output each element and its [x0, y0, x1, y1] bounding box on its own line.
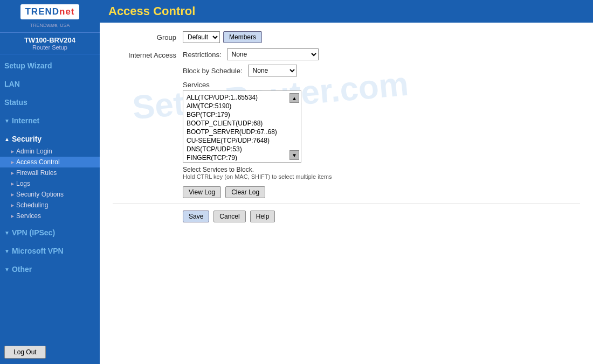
- page-header: Access Control: [100, 0, 593, 23]
- sidebar-microsoft-vpn-label: Microsoft VPN: [12, 247, 64, 255]
- restrictions-label: Restrictions:: [183, 51, 222, 59]
- internet-access-content: Restrictions: None Block All Allow Liste…: [183, 48, 332, 180]
- main-content: Access Control SetupRouter.com Group Def…: [100, 0, 593, 364]
- sidebar-status-label: Status: [4, 98, 27, 107]
- sidebar-access-control-label: Access Control: [16, 158, 60, 166]
- group-controls: Default Members: [183, 31, 262, 43]
- sidebar-vpn-label: VPN (IPSec): [12, 228, 55, 237]
- bottom-action-row: Save Cancel Help: [183, 211, 580, 222]
- ms-vpn-arrow: ▼: [4, 248, 10, 254]
- view-log-button[interactable]: View Log: [183, 186, 221, 198]
- sidebar-internet[interactable]: ▼ Internet: [0, 114, 100, 128]
- members-button[interactable]: Members: [223, 31, 262, 43]
- help-button[interactable]: Help: [250, 211, 275, 222]
- services-header: Services: [183, 81, 332, 89]
- log-action-row: View Log Clear Log: [183, 186, 580, 198]
- sidebar-scheduling[interactable]: Scheduling: [0, 200, 100, 211]
- other-arrow: ▼: [4, 267, 10, 272]
- sidebar-security-options-label: Security Options: [16, 191, 64, 198]
- services-list[interactable]: ALL(TCP/UDP:1..65534) AIM(TCP:5190) BGP(…: [184, 92, 289, 161]
- select-hint: Select Services to Block.: [183, 166, 332, 173]
- scroll-down-button[interactable]: ▼: [289, 150, 299, 160]
- internet-access-row: Internet Access Restrictions: None Block…: [113, 48, 580, 180]
- group-select[interactable]: Default: [183, 31, 220, 43]
- sidebar-security-label: Security: [12, 135, 42, 143]
- sidebar-firewall-rules[interactable]: Firewall Rules: [0, 167, 100, 178]
- sidebar-logs-label: Logs: [16, 180, 30, 187]
- sidebar-security-options[interactable]: Security Options: [0, 189, 100, 200]
- logo-trend: TREND: [25, 6, 59, 17]
- logo-box: TREND net: [20, 4, 79, 19]
- sidebar-setup-wizard-label: Setup Wizard: [4, 61, 52, 70]
- sidebar-status[interactable]: Status: [0, 95, 100, 109]
- internet-arrow: ▼: [4, 118, 10, 124]
- services-section: Services ALL(TCP/UDP:1..65534) AIM(TCP:5…: [183, 81, 332, 163]
- sidebar-lan-label: LAN: [4, 80, 20, 88]
- restrictions-select[interactable]: None Block All Allow Listed Only: [227, 48, 319, 60]
- sidebar-internet-label: Internet: [12, 116, 39, 125]
- sidebar-security[interactable]: ▲ Security: [0, 132, 100, 146]
- select-hint-area: Select Services to Block. Hold CTRL key …: [183, 166, 332, 180]
- schedule-label: Block by Schedule:: [183, 67, 243, 75]
- sidebar-scheduling-label: Scheduling: [16, 201, 48, 209]
- cancel-button[interactable]: Cancel: [213, 211, 245, 222]
- sidebar-logs[interactable]: Logs: [0, 178, 100, 189]
- device-model: TW100-BRV204: [0, 36, 100, 44]
- sidebar-services[interactable]: Services: [0, 211, 100, 221]
- sidebar-services-label: Services: [16, 212, 41, 220]
- schedule-row: Block by Schedule: None Schedule 1 Sched…: [183, 65, 332, 76]
- sidebar-access-control[interactable]: Access Control: [0, 157, 100, 167]
- sidebar-other-label: Other: [12, 265, 32, 274]
- sidebar-setup-wizard[interactable]: Setup Wizard: [0, 59, 100, 73]
- internet-access-label: Internet Access: [113, 51, 183, 59]
- security-arrow: ▲: [4, 136, 10, 142]
- sidebar-admin-login[interactable]: Admin Login: [0, 146, 100, 157]
- save-button[interactable]: Save: [183, 211, 209, 222]
- device-subtitle: Router Setup: [0, 44, 100, 51]
- restrictions-row: Restrictions: None Block All Allow Liste…: [183, 48, 332, 60]
- logout-button[interactable]: Log Out: [4, 346, 46, 359]
- logo-net: net: [59, 6, 75, 17]
- sidebar-admin-login-label: Admin Login: [16, 148, 52, 155]
- scroll-up-button[interactable]: ▲: [289, 93, 299, 103]
- logo-area: TREND net TRENDware, USA: [0, 0, 100, 33]
- group-label: Group: [113, 33, 183, 41]
- select-hint-sub: Hold CTRL key (on MAC, SHIFT) to select …: [183, 173, 332, 180]
- schedule-select[interactable]: None Schedule 1 Schedule 2: [248, 65, 297, 76]
- sidebar-lan[interactable]: LAN: [0, 77, 100, 91]
- sidebar-firewall-rules-label: Firewall Rules: [16, 169, 57, 177]
- sidebar: TREND net TRENDware, USA TW100-BRV204 Ro…: [0, 0, 100, 364]
- logo-tagline: TRENDware, USA: [30, 23, 70, 28]
- clear-log-button[interactable]: Clear Log: [225, 186, 265, 198]
- sidebar-microsoft-vpn[interactable]: ▼ Microsoft VPN: [0, 244, 100, 258]
- logout-area: Log Out: [0, 340, 100, 364]
- sidebar-other[interactable]: ▼ Other: [0, 262, 100, 276]
- content-area: SetupRouter.com Group Default Members In…: [100, 23, 593, 231]
- vpn-arrow: ▼: [4, 230, 10, 236]
- group-row: Group Default Members: [113, 31, 580, 43]
- page-title: Access Control: [108, 4, 584, 18]
- sidebar-vpn[interactable]: ▼ VPN (IPSec): [0, 226, 100, 240]
